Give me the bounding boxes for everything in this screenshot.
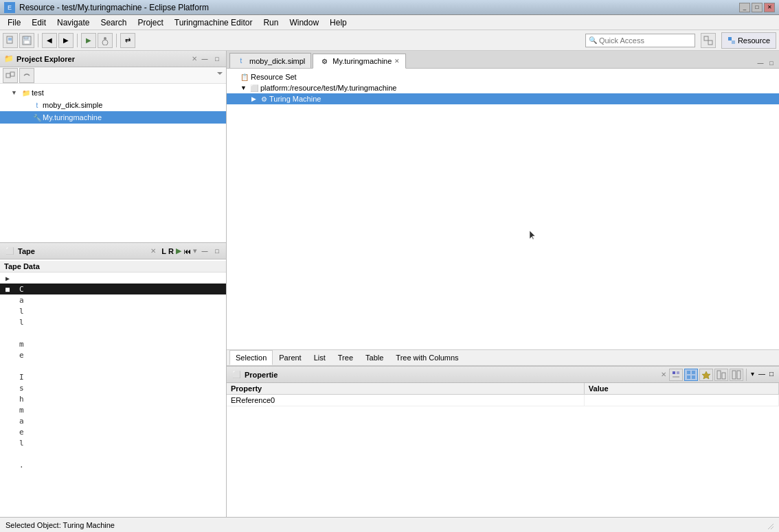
menu-run[interactable]: Run [258,16,283,30]
tape-close[interactable]: ✕ [150,247,156,255]
btab-tree[interactable]: Tree [332,350,359,365]
properties-close[interactable]: ✕ [661,371,666,378]
status-bar: Selected Object: Turing Machine [0,517,779,532]
toolbar-extra-btn[interactable]: ⇄ [120,33,135,48]
status-resize-handle[interactable] [765,521,774,529]
btab-list[interactable]: List [308,350,332,365]
right-panel: t moby_dick.simpl ⚙ My.turingmachine ✕ —… [227,51,779,517]
toolbar-save-btn[interactable] [19,33,34,48]
tm-expand-arrow: ▶ [251,95,261,102]
view-menu-btn[interactable] [216,69,223,81]
menu-bar: File Edit Navigate Search Project Turing… [0,15,779,30]
prop-table: Property Value EReference0 [227,383,779,406]
tape-marker-0: ▶ [5,275,19,282]
link-with-editor-btn[interactable] [19,68,34,83]
tab-myturing[interactable]: ⚙ My.turingmachine ✕ [313,54,406,69]
editor-header-btns: — □ [756,58,776,68]
toolbar-sep-3 [116,34,117,47]
prop-btn-3[interactable] [699,369,713,381]
tree-item-myturing[interactable]: 🔧 My.turingmachine [0,111,226,124]
tape-maximize[interactable]: □ [212,246,222,256]
toolbar-right-btns: Resource [701,32,776,49]
menu-window[interactable]: Window [284,16,324,30]
tape-minimize[interactable]: — [200,246,210,256]
tab-myturing-close[interactable]: ✕ [394,58,400,65]
prop-sep [746,369,747,381]
tape-inner-toolbar: L R ▶ ⏮ ▾ [161,246,197,255]
tape-item-17: . [0,459,226,470]
tape-play-btn[interactable]: ▶ [176,246,181,255]
project-explorer-minimize[interactable]: — [200,54,210,64]
resource-perspective-btn[interactable]: Resource [721,32,776,49]
prop-btn-5[interactable] [730,369,743,381]
menu-file[interactable]: File [3,16,25,30]
svg-rect-16 [677,371,679,374]
prop-panel-minimize[interactable]: — [757,369,767,381]
menu-turingmachine-editor[interactable]: Turingmachine Editor [170,16,258,30]
tape-dropdown[interactable]: ▾ [193,246,197,255]
tape-item-14: e [0,426,226,437]
tape-item-12: m [0,404,226,415]
svg-point-6 [102,40,108,45]
tape-r-btn[interactable]: R [168,247,174,255]
toolbar-perspective-btn[interactable] [701,33,716,48]
menu-help[interactable]: Help [325,16,352,30]
project-explorer-close[interactable]: ✕ [192,55,197,62]
toolbar-sep-2 [77,34,78,47]
tape-item-7: e [0,349,226,360]
prop-btn-4[interactable] [714,369,728,381]
prop-cell-value-0 [584,395,778,406]
toolbar-back-btn[interactable]: ◀ [42,33,57,48]
tree-item-test[interactable]: ▼ 📁 test [0,86,226,99]
toolbar-run-btn[interactable]: ▶ [81,33,96,48]
tape-icon: ⬜ [4,246,15,257]
tape-content: Tape Data ▶ ■ C a l l m e I s h m [0,259,226,517]
tape-item-11: h [0,393,226,404]
tree-label-mobydick: moby_dick.simple [43,101,102,109]
editor-minimize[interactable]: — [756,58,765,68]
left-panel: 📁 Project Explorer ✕ — □ [0,51,227,517]
quick-access-input[interactable] [597,36,692,45]
menu-edit[interactable]: Edit [27,16,51,30]
tab-mobydick[interactable]: t moby_dick.simpl [229,53,311,68]
btab-selection[interactable]: Selection [229,350,273,365]
tape-skip-btn[interactable]: ⏮ [183,247,191,255]
prop-btn-2[interactable] [684,369,698,381]
prop-btn-1[interactable] [669,369,683,381]
tape-title: Tape [18,247,148,255]
svg-line-27 [771,527,774,529]
project-explorer-content: ▼ 📁 test t moby_dick.simple [0,84,226,242]
menu-navigate[interactable]: Navigate [52,16,94,30]
main-layout: 📁 Project Explorer ✕ — □ [0,51,779,517]
minimize-btn[interactable]: _ [739,3,750,12]
collapse-all-btn[interactable] [3,68,18,83]
prop-cell-property-0: EReference0 [227,395,584,406]
resource-set-item[interactable]: 📋 Resource Set [227,71,779,82]
editor-maximize[interactable]: □ [767,58,776,68]
file-icon: t [32,100,43,111]
project-explorer-maximize[interactable]: □ [212,54,222,64]
btab-tree-with-columns[interactable]: Tree with Columns [390,350,464,365]
toolbar-debug-btn[interactable] [98,33,113,48]
menu-search[interactable]: Search [95,16,131,30]
menu-project[interactable]: Project [133,16,168,30]
close-btn[interactable]: ✕ [764,3,775,12]
tape-l-btn[interactable]: L [161,247,166,255]
properties-toolbar: ▾ — □ [669,369,775,381]
prop-panel-maximize[interactable]: □ [768,369,775,381]
btab-parent[interactable]: Parent [273,350,307,365]
svg-rect-23 [722,373,725,379]
toolbar-new-btn[interactable] [3,33,18,48]
prop-dropdown-btn[interactable]: ▾ [749,369,756,381]
title-text: Resource - test/My.turingmachine - Eclip… [19,3,209,12]
btab-table[interactable]: Table [359,350,390,365]
tape-value-15: l [19,439,24,448]
turing-machine-item[interactable]: ▶ ⚙ Turing Machine [227,93,779,104]
tape-item-4: l [0,316,226,327]
platform-resource-item[interactable]: ▼ ⬜ platform:/resource/test/My.turingmac… [227,82,779,93]
prop-row-0[interactable]: EReference0 [227,395,779,406]
tab-mobydick-label: moby_dick.simpl [249,57,305,65]
tree-item-mobydick[interactable]: t moby_dick.simple [0,99,226,111]
maximize-btn[interactable]: □ [752,3,763,12]
toolbar-forward-btn[interactable]: ▶ [58,33,74,48]
